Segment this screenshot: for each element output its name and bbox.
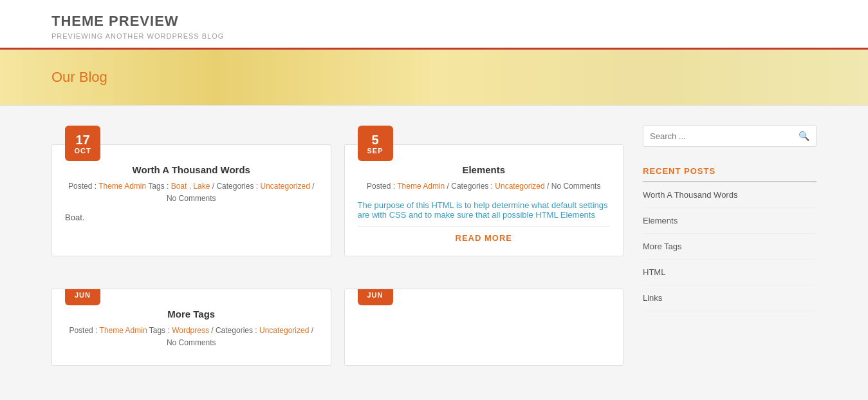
recent-post-item: More Tags <box>643 234 817 260</box>
date-badge-1: 17 OCT <box>65 126 100 161</box>
categories-label-2: / Categories : <box>447 182 493 191</box>
hero-banner: Our Blog <box>0 50 868 106</box>
author-link-2[interactable]: Theme Admin <box>397 182 445 191</box>
recent-posts-list: Worth A Thousand WordsElementsMore TagsH… <box>643 182 817 311</box>
site-subtitle: PREVIEWING ANOTHER WORDPRESS BLOG <box>51 32 817 40</box>
tags-link-3[interactable]: Wordpress <box>172 326 209 335</box>
meta-prefix-3: Posted : <box>69 326 97 335</box>
post-card-1: 17 OCT Worth A Thousand Words Posted : T… <box>51 144 331 256</box>
category-link-2[interactable]: Uncategorized <box>495 182 544 191</box>
post-title-3: More Tags <box>65 309 318 319</box>
post-meta-2: Posted : Theme Admin / Categories : Unca… <box>358 180 611 193</box>
date-month-4: JUN <box>367 291 383 299</box>
post-title-1: Worth A Thousand Words <box>65 164 318 175</box>
category-link-1[interactable]: Uncategorized <box>260 182 309 191</box>
search-input[interactable] <box>650 131 799 141</box>
date-badge-3: 21 JUN <box>65 289 100 305</box>
tags-label-3: Tags : <box>149 326 170 335</box>
date-day-1: 17 <box>75 133 89 147</box>
recent-posts-section: RECENT POSTS Worth A Thousand WordsEleme… <box>643 166 817 311</box>
post-excerpt-2: The purpose of this HTML is to help dete… <box>358 200 611 220</box>
date-badge-4: 21 JUN <box>358 289 393 305</box>
tags-label-1: Tags : <box>148 182 169 191</box>
date-month-1: OCT <box>74 147 91 155</box>
date-month-2: SEP <box>367 147 383 155</box>
date-month-3: JUN <box>75 291 91 299</box>
meta-prefix-2: Posted : <box>367 182 395 191</box>
hero-title: Our Blog <box>51 69 817 86</box>
no-comments-2: / No Comments <box>547 182 600 191</box>
search-box[interactable]: 🔍 <box>643 125 817 147</box>
date-badge-2: 5 SEP <box>358 126 393 161</box>
recent-post-item: Worth A Thousand Words <box>643 182 817 208</box>
recent-post-link[interactable]: HTML <box>643 267 665 277</box>
recent-post-item: Links <box>643 285 817 311</box>
post-card-4: 21 JUN <box>344 289 624 366</box>
site-header: THEME PREVIEW PREVIEWING ANOTHER WORDPRE… <box>0 0 868 50</box>
categories-label-3: / Categories : <box>211 326 257 335</box>
site-title: THEME PREVIEW <box>51 13 817 30</box>
main-container: 17 OCT Worth A Thousand Words Posted : T… <box>0 106 868 385</box>
read-more-link-2[interactable]: READ MORE <box>358 226 611 243</box>
category-link-3[interactable]: Uncategorized <box>259 326 309 335</box>
recent-post-link[interactable]: Links <box>643 293 662 303</box>
author-link-1[interactable]: Theme Admin <box>98 182 146 191</box>
post-meta-1: Posted : Theme Admin Tags : Boat , Lake … <box>65 180 318 205</box>
post-meta-3: Posted : Theme Admin Tags : Wordpress / … <box>65 325 318 349</box>
meta-prefix-1: Posted : <box>68 182 97 191</box>
post-card-3: 21 JUN More Tags Posted : Theme Admin Ta… <box>51 289 331 366</box>
post-card-2: 5 SEP Elements Posted : Theme Admin / Ca… <box>344 144 624 256</box>
date-day-2: 5 <box>371 133 378 147</box>
posts-grid: 17 OCT Worth A Thousand Words Posted : T… <box>51 125 623 366</box>
post-excerpt-1: Boat. <box>65 213 318 222</box>
recent-post-item: Elements <box>643 208 817 234</box>
recent-post-link[interactable]: Worth A Thousand Words <box>643 190 737 200</box>
recent-post-link[interactable]: Elements <box>643 216 678 225</box>
recent-post-link[interactable]: More Tags <box>643 242 681 251</box>
post-title-2: Elements <box>358 164 611 175</box>
sidebar: 🔍 RECENT POSTS Worth A Thousand WordsEle… <box>643 125 817 366</box>
categories-label-1: / Categories : <box>212 182 258 191</box>
search-icon[interactable]: 🔍 <box>799 131 809 141</box>
author-link-3[interactable]: Theme Admin <box>100 326 147 335</box>
recent-posts-title: RECENT POSTS <box>643 166 817 182</box>
recent-post-item: HTML <box>643 260 817 285</box>
tags-link-1[interactable]: Boat , Lake <box>171 182 210 191</box>
